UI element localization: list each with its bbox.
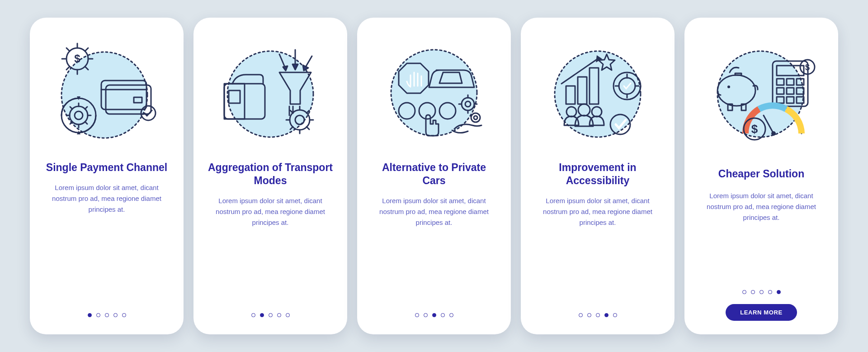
dot-3[interactable]	[269, 313, 273, 317]
pagination-dots	[742, 290, 781, 294]
dot-2[interactable]	[587, 313, 591, 317]
dot-5[interactable]	[286, 313, 290, 317]
slide-body: Lorem ipsum dolor sit amet, dicant nostr…	[46, 182, 168, 215]
dot-2[interactable]	[751, 290, 755, 294]
dot-5[interactable]	[122, 313, 126, 317]
slide-title: Cheaper Solution	[718, 167, 804, 181]
dot-3[interactable]	[432, 313, 436, 317]
dot-4[interactable]	[113, 313, 118, 317]
svg-line-50	[307, 127, 309, 129]
slide-title: Improvement in Accessibility	[533, 161, 662, 187]
onboarding-slide-5: $ $ Cheaper Solution Lorem ipsum dolor s…	[684, 18, 838, 334]
dot-1[interactable]	[251, 313, 255, 317]
svg-text:$: $	[805, 63, 810, 72]
pagination-dots	[88, 313, 126, 317]
svg-point-87	[727, 86, 730, 88]
illustration-payment: $	[42, 35, 171, 150]
svg-text:$: $	[74, 52, 80, 65]
dot-5[interactable]	[777, 290, 781, 294]
svg-point-65	[471, 113, 480, 122]
dot-1[interactable]	[579, 313, 583, 317]
illustration-aggregation	[206, 35, 335, 150]
dot-4[interactable]	[441, 313, 445, 317]
slide-body: Lorem ipsum dolor sit amet, dicant nostr…	[700, 190, 822, 223]
svg-line-12	[66, 48, 70, 51]
slide-title: Alternative to Private Cars	[370, 161, 498, 187]
svg-line-41	[306, 56, 312, 67]
dot-5[interactable]	[613, 313, 617, 317]
svg-text:$: $	[751, 122, 758, 136]
onboarding-slide-3: Alternative to Private Cars Lorem ipsum …	[357, 18, 511, 334]
dot-4[interactable]	[768, 290, 772, 294]
svg-point-105	[771, 131, 776, 136]
svg-point-66	[474, 116, 477, 119]
onboarding-slide-4: Improvement in Accessibility Lorem ipsum…	[521, 18, 675, 334]
onboarding-slide-2: Aggregation of Transport Modes Lorem ips…	[193, 18, 347, 334]
dot-2[interactable]	[260, 313, 264, 317]
pagination-dots	[579, 313, 617, 317]
slide-title: Single Payment Channel	[46, 161, 167, 174]
dot-3[interactable]	[760, 290, 764, 294]
dot-4[interactable]	[277, 313, 281, 317]
dot-1[interactable]	[415, 313, 419, 317]
pagination-dots	[251, 313, 290, 317]
onboarding-slide-1: $ Single Payment Channel Lorem ipsum dol…	[30, 18, 184, 334]
svg-line-14	[66, 67, 70, 70]
dot-1[interactable]	[742, 290, 746, 294]
pagination-dots	[415, 313, 453, 317]
svg-marker-42	[303, 65, 308, 71]
slide-body: Lorem ipsum dolor sit amet, dicant nostr…	[209, 195, 331, 228]
illustration-accessibility	[533, 35, 662, 150]
dot-3[interactable]	[105, 313, 109, 317]
dot-2[interactable]	[424, 313, 428, 317]
dot-5[interactable]	[449, 313, 453, 317]
slide-body: Lorem ipsum dolor sit amet, dicant nostr…	[373, 195, 495, 228]
slide-body: Lorem ipsum dolor sit amet, dicant nostr…	[537, 195, 659, 228]
dot-3[interactable]	[596, 313, 600, 317]
dot-1[interactable]	[88, 313, 92, 317]
illustration-alternative	[370, 35, 498, 150]
illustration-cheaper: $ $	[697, 35, 826, 150]
dot-2[interactable]	[96, 313, 100, 317]
slide-title: Aggregation of Transport Modes	[206, 161, 335, 187]
dot-4[interactable]	[604, 313, 609, 317]
svg-line-15	[85, 48, 88, 51]
learn-more-button[interactable]: LEARN MORE	[726, 304, 797, 321]
